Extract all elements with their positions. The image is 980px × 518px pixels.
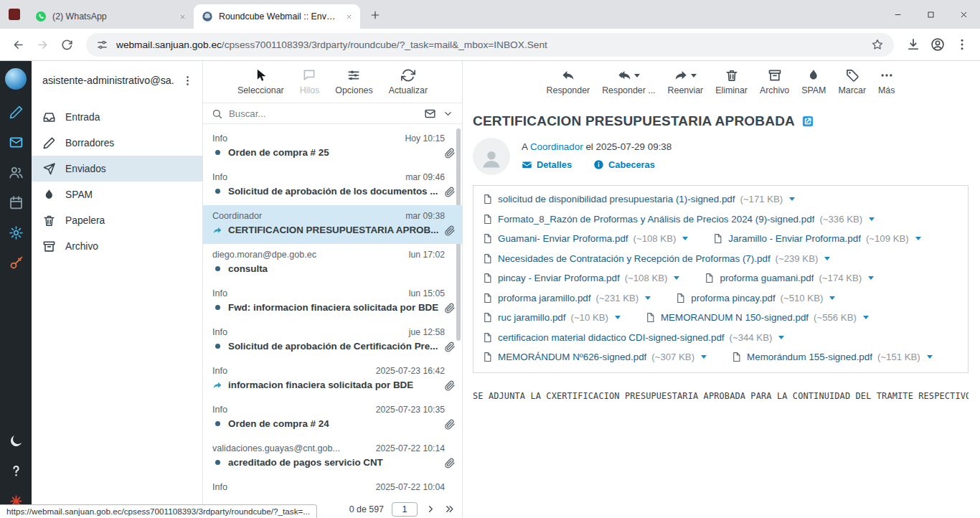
browser-menu-button[interactable] bbox=[950, 32, 974, 57]
attachment-menu-caret-icon[interactable] bbox=[701, 355, 707, 359]
attachment-menu-caret-icon[interactable] bbox=[915, 237, 921, 240]
open-in-new-window-icon[interactable] bbox=[801, 115, 814, 128]
forwarded-icon[interactable] bbox=[212, 380, 222, 390]
btn-spam[interactable]: SPAM bbox=[801, 67, 826, 95]
search-scope-icon[interactable] bbox=[424, 108, 436, 120]
message-row[interactable]: Info jue 12:58 Solicitud de aprobación d… bbox=[203, 321, 462, 360]
attachment-item[interactable]: Jaramillo - Enviar Proforma.pdf (~109 KB… bbox=[712, 229, 920, 249]
btn-eliminar[interactable]: Eliminar bbox=[715, 67, 748, 95]
calendar-icon[interactable] bbox=[1, 188, 30, 217]
folder-papelera[interactable]: Papelera bbox=[32, 207, 202, 233]
attachment-menu-caret-icon[interactable] bbox=[863, 316, 869, 319]
page-input[interactable] bbox=[392, 502, 418, 517]
address-bar[interactable]: webmail.sanjuan.gob.ec/cpsess7001108393/… bbox=[86, 33, 894, 57]
attachment-name[interactable]: ruc jaramillo.pdf bbox=[498, 312, 566, 323]
profile-button[interactable] bbox=[925, 32, 950, 57]
recipient-link[interactable]: Coordinador bbox=[530, 141, 583, 152]
next-page-icon[interactable] bbox=[425, 504, 436, 514]
unread-dot-icon[interactable] bbox=[212, 419, 222, 429]
attachment-item[interactable]: Guamani- Enviar Proforma.pdf (~108 KB) bbox=[482, 229, 688, 249]
forwarded-icon[interactable] bbox=[212, 225, 222, 235]
unread-dot-icon[interactable] bbox=[212, 264, 222, 274]
attachment-menu-caret-icon[interactable] bbox=[778, 336, 784, 339]
message-row[interactable]: Info 2025-07-22 10:04 bbox=[203, 476, 462, 502]
folder-archivo[interactable]: Archivo bbox=[32, 233, 202, 259]
unread-dot-icon[interactable] bbox=[212, 342, 222, 352]
btn-actualizar[interactable]: Actualizar bbox=[389, 67, 428, 95]
attachment-menu-caret-icon[interactable] bbox=[824, 257, 830, 260]
back-button[interactable] bbox=[6, 32, 30, 57]
attachment-name[interactable]: Necesidades de Contratación y Recepción … bbox=[498, 253, 771, 264]
downloads-button[interactable] bbox=[901, 32, 925, 57]
folder-borradores[interactable]: Borradores bbox=[32, 130, 202, 156]
details-link[interactable]: Detalles bbox=[522, 159, 572, 170]
attachment-menu-caret-icon[interactable] bbox=[927, 355, 933, 359]
attachment-name[interactable]: MEMORANDUM N 150-signed.pdf bbox=[661, 312, 809, 323]
attachment-name[interactable]: Memorándum 155-signed.pdf bbox=[747, 352, 872, 362]
bookmark-star-icon[interactable] bbox=[871, 38, 884, 51]
search-bar[interactable]: Buscar... bbox=[203, 103, 462, 124]
btn-seleccionar[interactable]: Seleccionar bbox=[237, 67, 284, 95]
attachment-menu-caret-icon[interactable] bbox=[682, 237, 688, 240]
search-options-chevron-icon[interactable] bbox=[443, 108, 453, 119]
message-row[interactable]: validaciones.guayas@cnt.gob... 2025-07-2… bbox=[203, 438, 462, 476]
attachment-name[interactable]: Formato_8_Razón de Proformas y Análisis … bbox=[498, 214, 814, 225]
attachment-item[interactable]: solicitud de disponibilidad presupuestar… bbox=[482, 189, 795, 209]
attachment-name[interactable]: proforma pincay.pdf bbox=[691, 293, 775, 303]
btn-hilos[interactable]: Hilos bbox=[300, 67, 320, 95]
attachment-item[interactable]: certificacion material didactico CDI-sig… bbox=[482, 328, 784, 348]
browser-app-icon[interactable] bbox=[9, 9, 20, 20]
btn-responder[interactable]: Responder bbox=[547, 67, 590, 95]
new-tab-button[interactable] bbox=[365, 5, 385, 25]
attachment-menu-caret-icon[interactable] bbox=[674, 276, 679, 280]
message-row[interactable]: Info lun 15:05 Fwd: informacion finacier… bbox=[203, 283, 462, 321]
forward-button[interactable] bbox=[30, 32, 55, 57]
attachment-item[interactable]: proforma guamani.pdf (~174 KB) bbox=[704, 268, 874, 288]
attachment-item[interactable]: Necesidades de Contratación y Recepción … bbox=[482, 249, 830, 269]
contacts-icon[interactable] bbox=[1, 158, 30, 187]
mail-icon[interactable] bbox=[1, 128, 30, 156]
attachment-item[interactable]: proforma pincay.pdf (~510 KB) bbox=[675, 288, 835, 309]
message-row[interactable]: Info Hoy 10:15 Orden de compra # 25 bbox=[203, 128, 462, 166]
message-row[interactable]: Coordinador mar 09:38 CERTIFICACION PRES… bbox=[203, 205, 462, 244]
maximize-button[interactable] bbox=[914, 0, 947, 29]
attachment-name[interactable]: pincay - Enviar Proforma.pdf bbox=[498, 273, 620, 283]
attachment-name[interactable]: Guamani- Enviar Proforma.pdf bbox=[498, 233, 628, 244]
attachment-item[interactable]: ruc jaramillo.pdf (~10 KB) bbox=[482, 308, 621, 328]
attachment-menu-caret-icon[interactable] bbox=[645, 296, 651, 300]
attachment-name[interactable]: proforma guamani.pdf bbox=[720, 273, 814, 283]
folder-entrada[interactable]: Entrada bbox=[32, 104, 202, 130]
tab-2-whatsapp[interactable]: (2) WhatsApp bbox=[27, 4, 194, 29]
attachment-menu-caret-icon[interactable] bbox=[868, 276, 874, 280]
attachment-menu-caret-icon[interactable] bbox=[869, 217, 875, 221]
message-row[interactable]: Info mar 09:46 Solicitud de aprobación d… bbox=[203, 166, 462, 205]
attachment-item[interactable]: Memorándum 155-signed.pdf (~151 KB) bbox=[731, 347, 933, 367]
btn-responder-menu[interactable]: Responder ... bbox=[602, 67, 655, 95]
attachment-item[interactable]: MEMORÁNDUM Nº626-signed.pdf (~307 KB) bbox=[482, 347, 707, 367]
attachment-item[interactable]: Formato_8_Razón de Proformas y Análisis … bbox=[482, 209, 875, 230]
message-row[interactable]: Info 2025-07-23 16:42 informacion finaci… bbox=[203, 360, 462, 399]
dark-mode-icon[interactable] bbox=[1, 426, 30, 455]
folder-spam[interactable]: SPAM bbox=[32, 182, 202, 207]
message-row[interactable]: diego.moran@dpe.gob.ec lun 17:02 consult… bbox=[203, 244, 462, 283]
help-icon[interactable] bbox=[1, 456, 30, 485]
btn-opciones[interactable]: Opciones bbox=[335, 67, 372, 95]
attachment-item[interactable]: proforma jaramillo.pdf (~231 KB) bbox=[482, 288, 651, 309]
attachment-menu-caret-icon[interactable] bbox=[789, 197, 795, 201]
tab-roundcube-webmail-enviado[interactable]: Roundcube Webmail :: Enviado bbox=[194, 4, 360, 29]
unread-dot-icon[interactable] bbox=[212, 187, 222, 197]
folder-enviados[interactable]: Enviados bbox=[32, 156, 202, 182]
reload-button[interactable] bbox=[55, 32, 79, 57]
cpanel-icon[interactable] bbox=[1, 248, 30, 277]
attachment-name[interactable]: MEMORÁNDUM Nº626-signed.pdf bbox=[498, 352, 646, 362]
btn-mas[interactable]: Más bbox=[878, 67, 895, 95]
unread-dot-icon[interactable] bbox=[212, 148, 222, 158]
tab-close-icon[interactable] bbox=[343, 11, 354, 22]
btn-reenviar-menu[interactable]: Reenviar bbox=[668, 67, 704, 95]
attachment-item[interactable]: pincay - Enviar Proforma.pdf (~108 KB) bbox=[482, 268, 679, 288]
minimize-button[interactable] bbox=[881, 0, 914, 29]
last-page-icon[interactable] bbox=[444, 504, 455, 514]
attachment-name[interactable]: certificacion material didactico CDI-sig… bbox=[498, 332, 725, 343]
attachment-name[interactable]: Jaramillo - Enviar Proforma.pdf bbox=[728, 233, 861, 244]
tab-close-icon[interactable] bbox=[176, 11, 188, 22]
